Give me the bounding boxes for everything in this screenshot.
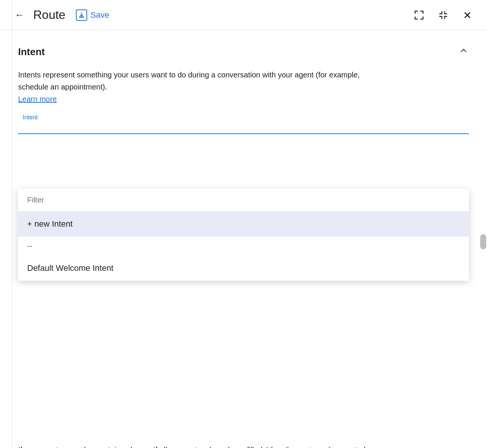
intent-input[interactable] bbox=[18, 119, 469, 134]
header: ← Route Save bbox=[0, 0, 487, 30]
svg-rect-0 bbox=[79, 16, 85, 17]
save-label: Save bbox=[90, 10, 109, 20]
condition-section: If a parameter equals a certain value, o… bbox=[18, 444, 469, 448]
intent-dropdown: + new Intent -- Default Welcome Intent bbox=[18, 189, 469, 281]
save-icon bbox=[76, 9, 87, 21]
intent-section-title: Intent bbox=[18, 46, 45, 58]
separator-item: -- bbox=[18, 236, 469, 256]
new-intent-option[interactable]: + new Intent bbox=[18, 212, 469, 236]
intent-input-container: Intent bbox=[18, 119, 469, 134]
scroll-indicator[interactable] bbox=[480, 234, 486, 249]
intent-section-header: Intent bbox=[18, 45, 469, 58]
learn-more-link[interactable]: Learn more bbox=[18, 95, 57, 103]
compress-button[interactable] bbox=[436, 8, 451, 23]
close-button[interactable] bbox=[460, 8, 475, 23]
main-content: Intent Intents represent something your … bbox=[0, 30, 487, 448]
filter-container bbox=[18, 189, 469, 212]
intent-input-label: Intent bbox=[21, 114, 39, 121]
save-button[interactable]: Save bbox=[71, 6, 114, 24]
condition-description: If a parameter equals a certain value, o… bbox=[18, 444, 469, 448]
syntax-reference-link[interactable]: syntax reference bbox=[297, 446, 353, 448]
fullscreen-button[interactable] bbox=[411, 8, 427, 23]
page-title: Route bbox=[33, 8, 65, 22]
collapse-button[interactable] bbox=[458, 45, 469, 58]
header-right bbox=[411, 8, 475, 23]
default-welcome-intent-option[interactable]: Default Welcome Intent bbox=[18, 256, 469, 281]
back-button[interactable]: ← bbox=[12, 8, 27, 23]
header-left: ← Route Save bbox=[12, 6, 411, 24]
intent-description: Intents represent something your users w… bbox=[18, 69, 373, 105]
filter-input[interactable] bbox=[27, 196, 460, 204]
